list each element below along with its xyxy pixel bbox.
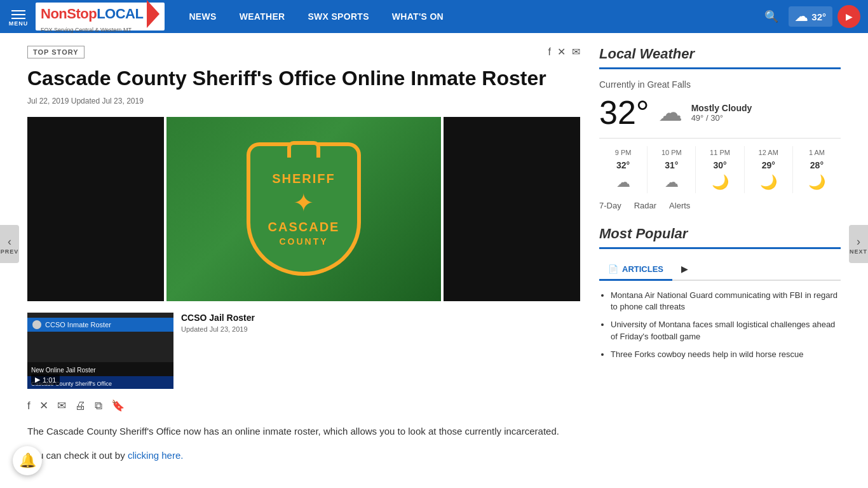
video-duration: ▶ 1:01 (31, 374, 60, 385)
nav-right-controls: 🔍 ☁ 32° ▶ (759, 4, 860, 29)
popular-list-item-2[interactable]: Three Forks cowboy needs help in wild ho… (611, 349, 841, 360)
weather-location: Currently in Great Falls (599, 79, 841, 90)
weather-temperature: 32° (599, 93, 649, 132)
media-image-left (27, 117, 164, 301)
menu-label: MENU (9, 20, 29, 27)
nav-news[interactable]: NEWS (177, 0, 227, 33)
video-overlay-title: New Online Jail Roster (31, 367, 96, 374)
prev-arrow-button[interactable]: ‹ PREV (0, 225, 19, 263)
weather-cloud-icon: ☁ (658, 98, 682, 126)
weather-section: Local Weather Currently in Great Falls 3… (599, 46, 841, 210)
hour-temp: 30° (713, 160, 726, 170)
weather-links: 7-Day Radar Alerts (599, 201, 841, 210)
articles-icon: 📄 (608, 264, 618, 274)
video-title: CCSO Jail Roster (181, 313, 255, 323)
article-title: Cascade County Sheriff's Office Online I… (27, 66, 580, 90)
hour-icon: 🌙 (760, 174, 777, 191)
nav-weather-widget: ☁ 32° (789, 6, 832, 27)
print-share-button[interactable]: 🖨 (75, 400, 86, 412)
weather-radar-link[interactable]: Radar (634, 201, 656, 210)
media-image-right (444, 117, 580, 301)
share-icons-top: f ✕ ✉ (548, 46, 580, 58)
sheriff-badge-image: SHERIFF ✦ CASCADE COUNTY (166, 117, 441, 301)
article-paragraph-1: The Cascade County Sheriff's Office now … (27, 424, 580, 439)
hour-temp: 31° (665, 160, 678, 170)
weather-hour-4: 1 AM 28° 🌙 (793, 146, 841, 193)
weather-current: 32° ☁ Mostly Cloudy 49° / 30° (599, 93, 841, 132)
facebook-share-icon[interactable]: f (548, 46, 551, 58)
weather-description-block: Mostly Cloudy 49° / 30° (691, 103, 752, 123)
video-date: Updated Jul 23, 2019 (181, 325, 255, 333)
badge-star-icon: ✦ (293, 188, 315, 217)
weather-section-title: Local Weather (599, 46, 841, 69)
article-share-row: f ✕ ✉ 🖨 ⧉ 🔖 (27, 399, 580, 412)
article-paragraph-2: You can check it out by clicking here. (27, 448, 580, 463)
badge-county-text: COUNTY (279, 236, 328, 247)
email-share-icon[interactable]: ✉ (572, 46, 580, 58)
logo-subtitle: FOX Serving Central & Western MT (41, 27, 159, 33)
weather-7day-link[interactable]: 7-Day (599, 201, 621, 210)
most-popular-title: Most Popular (599, 226, 841, 249)
copy-share-button[interactable]: ⧉ (95, 400, 102, 412)
live-button[interactable]: ▶ (837, 5, 860, 28)
weather-hour-3: 12 AM 29° 🌙 (745, 146, 793, 193)
nav-swx-sports[interactable]: SWX SPORTS (296, 0, 380, 33)
articles-tab[interactable]: 📄 ARTICLES (599, 259, 672, 281)
most-popular-section: Most Popular 📄 ARTICLES ▶ Montana Air Na… (599, 226, 841, 360)
weather-alerts-link[interactable]: Alerts (669, 201, 690, 210)
nav-whats-on[interactable]: WHAT'S ON (381, 0, 455, 33)
popular-list-item-1[interactable]: University of Montana faces small logist… (611, 319, 841, 342)
next-label: NEXT (850, 248, 867, 255)
hour-label: 10 PM (661, 149, 682, 156)
site-logo[interactable]: NonStopLOCAL FOX Serving Central & Weste… (36, 3, 165, 30)
media-row: SHERIFF ✦ CASCADE COUNTY (27, 117, 580, 301)
nav-links: NEWS WEATHER SWX SPORTS WHAT'S ON (177, 0, 759, 33)
hour-temp: 28° (810, 160, 824, 170)
hour-temp: 32° (616, 160, 630, 170)
article-body: The Cascade County Sheriff's Office now … (27, 424, 580, 463)
notification-bell[interactable]: 🔔 (13, 446, 42, 475)
badge-graphic: SHERIFF ✦ CASCADE COUNTY (240, 133, 367, 285)
video-tab-icon: ▶ (681, 264, 688, 274)
hour-icon: 🌙 (808, 174, 825, 191)
hour-label: 12 AM (759, 149, 778, 156)
hour-icon: ☁ (665, 174, 679, 191)
hour-icon: ☁ (616, 174, 630, 191)
email-share-button[interactable]: ✉ (57, 399, 66, 412)
clicking-here-link[interactable]: clicking here. (128, 450, 184, 461)
badge-sheriff-text: SHERIFF (272, 172, 336, 186)
next-arrow-button[interactable]: › NEXT (849, 225, 868, 263)
weather-hi-lo: 49° / 30° (691, 113, 752, 123)
hour-label: 1 AM (809, 149, 825, 156)
videos-tab[interactable]: ▶ (672, 259, 696, 281)
logo-text: NonStopLOCAL (41, 0, 159, 28)
popular-tabs: 📄 ARTICLES ▶ (599, 259, 841, 281)
hour-label: 9 PM (615, 149, 632, 156)
sidebar: Local Weather Currently in Great Falls 3… (599, 46, 841, 472)
bookmark-button[interactable]: 🔖 (111, 399, 125, 412)
badge-shape: SHERIFF ✦ CASCADE COUNTY (247, 142, 361, 276)
hour-icon: 🌙 (712, 174, 729, 191)
weather-hour-1: 10 PM 31° ☁ (648, 146, 696, 193)
video-thumbnail[interactable]: CCSO Inmate Roster New Online Jail Roste… (27, 313, 173, 389)
navigation-bar: MENU NonStopLOCAL FOX Serving Central & … (0, 0, 868, 33)
top-story-badge: TOP STORY (27, 46, 85, 58)
popular-list: Montana Air National Guard communicating… (599, 290, 841, 360)
nav-temperature: 32° (811, 11, 826, 22)
cloud-icon: ☁ (795, 9, 808, 24)
popular-list-item-0[interactable]: Montana Air National Guard communicating… (611, 290, 841, 313)
weather-hour-2: 11 PM 30° 🌙 (696, 146, 744, 193)
weather-description: Mostly Cloudy (691, 103, 752, 113)
menu-button[interactable]: MENU (8, 6, 29, 27)
twitter-x-share-button[interactable]: ✕ (39, 399, 48, 412)
facebook-share-button[interactable]: f (27, 400, 31, 412)
badge-cascade-text: CASCADE (268, 220, 340, 234)
search-icon[interactable]: 🔍 (759, 4, 783, 29)
nav-weather[interactable]: WEATHER (228, 0, 297, 33)
video-thumbnail-row: CCSO Inmate Roster New Online Jail Roste… (27, 313, 580, 389)
article-date: Jul 22, 2019 Updated Jul 23, 2019 (27, 97, 580, 105)
twitter-x-share-icon[interactable]: ✕ (557, 46, 566, 58)
weather-hour-0: 9 PM 32° ☁ (599, 146, 648, 193)
hour-temp: 29° (762, 160, 775, 170)
weather-hourly: 9 PM 32° ☁ 10 PM 31° ☁ 11 PM 30° 🌙 12 AM… (599, 138, 841, 193)
